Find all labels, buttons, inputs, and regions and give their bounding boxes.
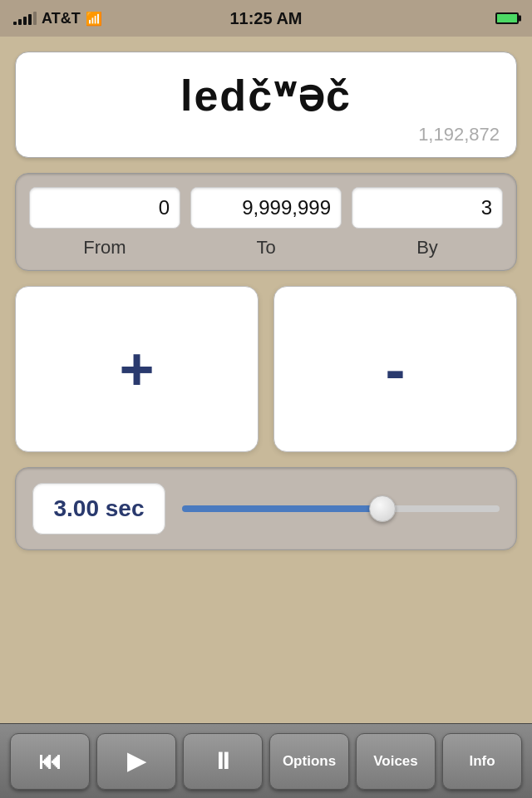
pause-icon: ⏸: [211, 747, 234, 775]
info-button[interactable]: Info: [442, 733, 522, 790]
increment-button[interactable]: +: [15, 286, 259, 452]
main-content: ledčʷəč 1,192,872 0 9,999,999 3 From To …: [0, 37, 532, 550]
decrement-button[interactable]: -: [273, 286, 517, 452]
info-label: Info: [469, 753, 495, 770]
options-button[interactable]: Options: [269, 733, 349, 790]
from-field[interactable]: 0: [29, 187, 180, 229]
voices-button[interactable]: Voices: [356, 733, 436, 790]
range-inputs: 0 9,999,999 3: [29, 187, 503, 229]
status-time: 11:25 AM: [229, 9, 302, 28]
range-labels: From To By: [29, 237, 503, 259]
range-card: 0 9,999,999 3 From To By: [15, 173, 517, 271]
play-icon: ▶: [127, 747, 145, 775]
word-display: ledčʷəč: [32, 71, 500, 121]
word-number: 1,192,872: [32, 124, 500, 145]
wifi-icon: 📶: [86, 11, 102, 27]
word-card: ledčʷəč 1,192,872: [15, 52, 517, 158]
action-buttons: + -: [15, 286, 517, 452]
options-label: Options: [283, 753, 336, 770]
voices-label: Voices: [373, 753, 418, 770]
timer-card: 3.00 sec: [15, 467, 517, 550]
slider-container[interactable]: [182, 497, 500, 520]
by-label: By: [352, 237, 503, 259]
timer-value: 3.00 sec: [32, 483, 165, 534]
carrier-label: AT&T: [42, 10, 81, 27]
toolbar: ⏮ ▶ ⏸ Options Voices Info: [0, 723, 532, 798]
status-right: [495, 12, 519, 24]
by-field[interactable]: 3: [352, 187, 503, 229]
rewind-icon: ⏮: [38, 747, 62, 775]
to-label: To: [190, 237, 342, 259]
from-label: From: [29, 237, 180, 259]
rewind-button[interactable]: ⏮: [10, 733, 90, 790]
pause-button[interactable]: ⏸: [183, 733, 263, 790]
slider-thumb[interactable]: [369, 495, 396, 522]
status-left: AT&T 📶: [13, 10, 102, 27]
battery-icon: [495, 12, 519, 24]
slider-track: [182, 505, 500, 512]
play-button[interactable]: ▶: [96, 733, 176, 790]
signal-icon: [13, 12, 37, 25]
to-field[interactable]: 9,999,999: [190, 187, 342, 229]
status-bar: AT&T 📶 11:25 AM: [0, 0, 532, 37]
